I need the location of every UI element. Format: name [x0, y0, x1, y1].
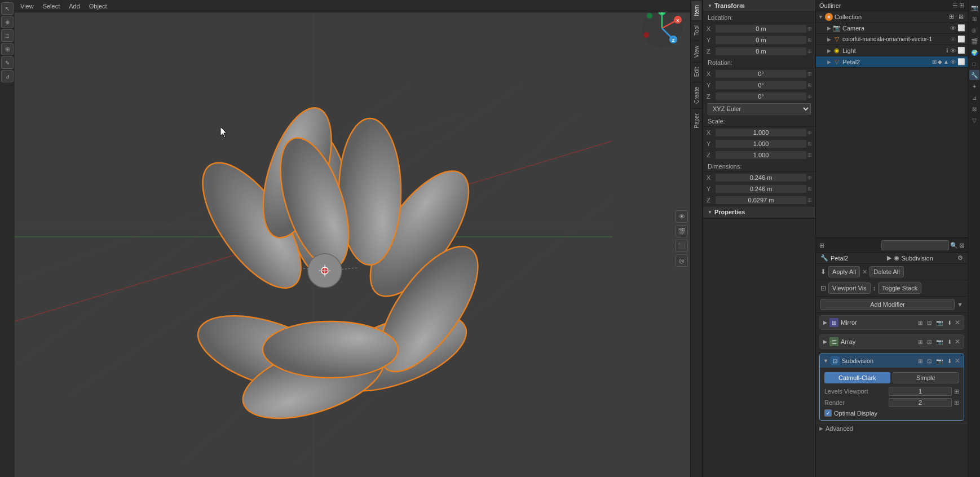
viewport-view-menu[interactable]: View	[18, 2, 36, 11]
dimensions-x-input[interactable]: 0.246 m	[716, 174, 806, 182]
mod-tab-physics[interactable]: ⊿	[969, 92, 979, 103]
array-btn-2[interactable]: ⊡	[925, 338, 933, 346]
modifier-search-input[interactable]	[881, 240, 949, 250]
rotation-x-input[interactable]: 0°	[716, 70, 806, 78]
petal2-modifier-icon[interactable]: ⊞	[932, 59, 937, 65]
filter-icon-2[interactable]: ⊞	[959, 2, 964, 9]
rotation-y-copy[interactable]: ⊞	[807, 82, 812, 88]
mirror-collapse[interactable]: ▶	[823, 320, 827, 325]
toolbar-btn-cursor[interactable]: ⊕	[1, 16, 14, 28]
tab-item[interactable]: Item	[692, 0, 701, 20]
collection-restrict-1[interactable]: ⊞	[947, 12, 956, 21]
mod-tab-object[interactable]: □	[969, 59, 979, 69]
toggle-stack-button[interactable]: Toggle Stack	[878, 282, 921, 294]
petal2-eye[interactable]: 👁	[950, 59, 956, 65]
rotation-y-input[interactable]: 0°	[716, 81, 806, 89]
dimensions-y-input[interactable]: 0.246 m	[716, 185, 806, 193]
modifier-panel-expand[interactable]: ⊠	[959, 242, 964, 249]
location-z-copy[interactable]: ⊞	[807, 48, 812, 54]
mod-tab-output[interactable]: ⊞	[969, 14, 979, 24]
viewport-view-icon[interactable]: 👁	[676, 210, 688, 223]
toolbar-btn-transform[interactable]: ⊞	[1, 43, 14, 55]
collection-restrict-2[interactable]: ⊠	[957, 12, 965, 21]
rotation-mode-select[interactable]: XYZ Euler	[708, 103, 811, 114]
outliner-item-light[interactable]: ▶ ◉ Light ℹ 👁 ⬜	[816, 45, 968, 56]
mirror-btn-1[interactable]: ⊞	[916, 319, 924, 326]
viewport-object-menu[interactable]: Object	[87, 2, 109, 11]
mod-tab-constraints[interactable]: ⊠	[969, 104, 979, 114]
array-close[interactable]: ✕	[955, 338, 960, 346]
modifier-search-icon[interactable]: 🔍	[950, 242, 958, 249]
modifier-settings-icon[interactable]: ⚙	[957, 254, 963, 262]
toolbar-btn-move[interactable]: ↖	[1, 2, 14, 15]
render-value[interactable]: 2	[889, 398, 952, 407]
petal2-data-icon[interactable]: ▲	[943, 59, 949, 65]
array-btn-3[interactable]: 📷	[934, 338, 944, 346]
outliner-item-mandala[interactable]: ▶ ▽ colorful-mandala-ornament-vector-1 👁…	[816, 34, 968, 45]
dimensions-z-input[interactable]: 0.0297 m	[716, 196, 806, 204]
mod-tab-data[interactable]: ▽	[969, 115, 979, 125]
mandala-eye[interactable]: 👁	[950, 36, 956, 43]
dimensions-z-copy[interactable]: ⊞	[807, 197, 812, 203]
scale-z-input[interactable]: 1.000	[716, 151, 806, 159]
simple-button[interactable]: Simple	[893, 372, 960, 383]
levels-viewport-stepper[interactable]: ⊞	[954, 388, 959, 395]
properties-section-header[interactable]: Properties	[703, 206, 815, 218]
mirror-close[interactable]: ✕	[955, 319, 960, 326]
camera-expand[interactable]: ▶	[827, 25, 831, 31]
subdivision-btn-4[interactable]: ⬇	[946, 357, 953, 365]
viewport-camera-icon[interactable]: 🎬	[676, 225, 688, 237]
catmull-clark-button[interactable]: Catmull-Clark	[824, 372, 890, 383]
apply-all-close[interactable]: ✕	[862, 268, 867, 276]
modifier-subdivision-header[interactable]: ▼ ⊡ Subdivision ⊞ ⊡ 📷 ⬇ ✕	[820, 354, 964, 368]
outliner-item-collection[interactable]: ▼ ■ Collection ⊞ ⊠	[816, 11, 968, 23]
mod-tab-particles[interactable]: ✦	[969, 81, 979, 91]
camera-screen[interactable]: ⬜	[957, 24, 965, 32]
location-y-input[interactable]: 0 m	[716, 36, 806, 44]
mod-tab-scene[interactable]: 🎬	[969, 36, 979, 46]
scale-y-input[interactable]: 1.000	[716, 140, 806, 148]
toolbar-btn-annotate[interactable]: ✎	[1, 56, 14, 69]
toolbar-btn-select[interactable]: □	[1, 29, 14, 42]
rotation-z-copy[interactable]: ⊞	[807, 94, 812, 99]
tab-paper[interactable]: Paper	[692, 108, 701, 133]
toolbar-btn-measure[interactable]: ⊿	[1, 70, 14, 82]
mod-tab-view-layer[interactable]: ◎	[969, 25, 979, 35]
mod-panel-icon-1[interactable]: ⊞	[819, 242, 824, 249]
tab-view[interactable]: View	[692, 41, 701, 63]
array-btn-4[interactable]: ⬇	[946, 338, 953, 346]
subdivision-btn-3[interactable]: 📷	[934, 357, 944, 365]
add-modifier-button[interactable]: Add Modifier	[820, 299, 955, 310]
petal2-expand[interactable]: ▶	[827, 59, 831, 65]
viewport-gizmo[interactable]: Y X Z	[639, 6, 685, 51]
location-x-input[interactable]: 0 m	[716, 25, 806, 33]
location-x-copy[interactable]: ⊞	[807, 26, 812, 32]
scale-x-input[interactable]: 1.000	[716, 129, 806, 136]
tab-create[interactable]: Create	[692, 82, 701, 108]
light-eye[interactable]: 👁	[950, 47, 956, 54]
delete-all-button[interactable]: Delete All	[869, 266, 903, 277]
subdivision-btn-1[interactable]: ⊞	[916, 357, 924, 365]
tab-edit[interactable]: Edit	[692, 62, 701, 81]
outliner-item-camera[interactable]: ▶ 📷 Camera 👁 ⬜	[816, 23, 968, 34]
tab-tool[interactable]: Tool	[692, 20, 701, 40]
array-collapse[interactable]: ▶	[823, 339, 827, 344]
rotation-x-copy[interactable]: ⊞	[807, 71, 812, 77]
scale-x-copy[interactable]: ⊞	[807, 130, 812, 135]
scale-y-copy[interactable]: ⊞	[807, 141, 812, 147]
add-modifier-expand[interactable]: ▼	[957, 301, 963, 308]
camera-eye[interactable]: 👁	[950, 25, 956, 32]
render-stepper[interactable]: ⊞	[954, 399, 959, 407]
light-screen[interactable]: ⬜	[957, 47, 965, 54]
rotation-z-input[interactable]: 0°	[716, 92, 806, 100]
light-expand[interactable]: ▶	[827, 48, 831, 54]
viewport-overlay-icon[interactable]: ◎	[676, 254, 688, 267]
mirror-btn-4[interactable]: ⬇	[946, 319, 953, 326]
location-z-input[interactable]: 0 m	[716, 47, 806, 55]
scale-z-copy[interactable]: ⊞	[807, 152, 812, 158]
array-btn-1[interactable]: ⊞	[916, 338, 924, 346]
subdivision-close[interactable]: ✕	[955, 357, 960, 365]
optimal-display-checkbox[interactable]: ✓	[824, 409, 832, 417]
subdivision-collapse[interactable]: ▼	[823, 358, 828, 364]
modifier-mirror-header[interactable]: ▶ ⊞ Mirror ⊞ ⊡ 📷 ⬇ ✕	[820, 316, 964, 329]
